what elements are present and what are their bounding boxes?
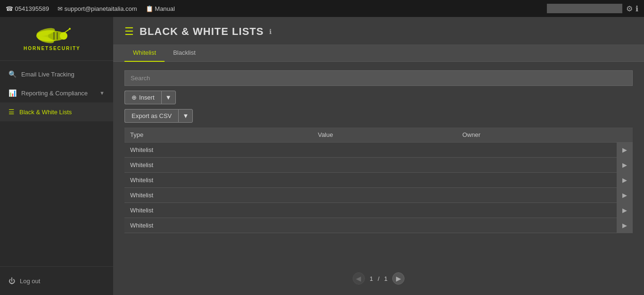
info-icon[interactable]: ℹ	[636, 4, 638, 13]
cell-value	[312, 173, 457, 188]
list-icon: ☰	[8, 108, 15, 116]
buttons-row: ⊕ Insert ▼	[124, 91, 633, 104]
sidebar: HORNETSECURITY 🔍 Email Live Tracking 📊 R…	[0, 17, 113, 295]
cell-owner	[457, 143, 617, 158]
insert-button[interactable]: ⊕ Insert	[124, 91, 161, 104]
export-csv-button[interactable]: Export as CSV	[124, 109, 178, 123]
cell-type: Whitelist	[124, 173, 312, 188]
cell-value	[312, 203, 457, 218]
pagination-current: 1	[370, 275, 373, 282]
table-header-row: Type Value Owner	[124, 127, 633, 143]
search-input[interactable]	[547, 4, 622, 13]
main-content: ☰ BLACK & WHITE LISTS ℹ Whitelist Blackl…	[113, 17, 644, 295]
export-csv-dropdown-arrow[interactable]: ▼	[178, 109, 193, 123]
row-action-arrow[interactable]: ▶	[617, 173, 633, 188]
manual-icon: 📋	[146, 5, 153, 12]
table-row: Whitelist ▶	[124, 173, 633, 188]
email-icon: ✉	[58, 5, 63, 12]
column-value: Value	[312, 127, 457, 143]
svg-rect-7	[53, 32, 55, 40]
export-csv-button-group: Export as CSV ▼	[124, 109, 193, 123]
pagination-separator: /	[378, 275, 380, 282]
phone-number: ☎ 0541395589	[6, 5, 49, 12]
table-row: Whitelist ▶	[124, 203, 633, 218]
email-link[interactable]: ✉ support@pianetaitalia.com	[58, 5, 137, 12]
topbar: ☎ 0541395589 ✉ support@pianetaitalia.com…	[0, 0, 644, 17]
row-action-arrow[interactable]: ▶	[617, 203, 633, 218]
cell-value	[312, 188, 457, 203]
sidebar-bottom: ⏻ Log out	[0, 266, 113, 295]
pagination-next-button[interactable]: ▶	[392, 272, 405, 285]
insert-button-group: ⊕ Insert ▼	[124, 91, 176, 104]
tab-blacklist[interactable]: Blacklist	[165, 44, 204, 62]
cell-value	[312, 218, 457, 233]
table-row: Whitelist ▶	[124, 218, 633, 233]
cell-owner	[457, 173, 617, 188]
row-action-arrow[interactable]: ▶	[617, 188, 633, 203]
logout-icon: ⏻	[8, 277, 15, 285]
content-area: ⊕ Insert ▼ Export as CSV ▼	[113, 62, 644, 295]
page-info-icon[interactable]: ℹ	[269, 28, 272, 35]
chevron-down-icon: ▼	[99, 90, 105, 96]
cell-type: Whitelist	[124, 218, 312, 233]
logo-svg: HORNETSECURITY	[21, 25, 92, 54]
row-action-arrow[interactable]: ▶	[617, 218, 633, 233]
logo: HORNETSECURITY	[0, 17, 113, 61]
topbar-search[interactable]	[547, 4, 622, 13]
table-row: Whitelist ▶	[124, 158, 633, 173]
whitelist-table: Type Value Owner Whitelist ▶ Whitelist ▶…	[124, 127, 633, 233]
sidebar-nav: 🔍 Email Live Tracking 📊 Reporting & Comp…	[0, 61, 113, 266]
table-row: Whitelist ▶	[124, 143, 633, 158]
svg-rect-8	[57, 32, 58, 40]
cell-type: Whitelist	[124, 158, 312, 173]
tabs-bar: Whitelist Blacklist	[113, 44, 644, 62]
cell-owner	[457, 158, 617, 173]
manual-link[interactable]: 📋 Manual	[146, 5, 175, 12]
cell-owner	[457, 188, 617, 203]
column-action	[617, 127, 633, 143]
svg-line-5	[65, 29, 69, 33]
page-header-icon: ☰	[124, 25, 134, 38]
pagination: ◀ 1 / 1 ▶	[124, 269, 633, 287]
cell-type: Whitelist	[124, 188, 312, 203]
sidebar-item-reporting-compliance[interactable]: 📊 Reporting & Compliance ▼	[0, 84, 113, 102]
cell-type: Whitelist	[124, 203, 312, 218]
tab-whitelist[interactable]: Whitelist	[124, 44, 165, 62]
column-type: Type	[124, 127, 312, 143]
page-header: ☰ BLACK & WHITE LISTS ℹ	[113, 17, 644, 44]
table-container: Type Value Owner Whitelist ▶ Whitelist ▶…	[124, 127, 633, 264]
svg-point-6	[69, 28, 71, 30]
plus-icon: ⊕	[132, 94, 137, 101]
cell-type: Whitelist	[124, 143, 312, 158]
cell-owner	[457, 218, 617, 233]
search-input[interactable]	[124, 70, 633, 86]
svg-point-2	[60, 32, 67, 40]
page-title: BLACK & WHITE LISTS	[140, 25, 264, 38]
cell-owner	[457, 203, 617, 218]
cell-value	[312, 143, 457, 158]
reporting-icon: 📊	[8, 89, 17, 97]
sidebar-item-black-white-lists[interactable]: ☰ Black & White Lists	[0, 102, 113, 121]
email-tracking-icon: 🔍	[8, 70, 17, 78]
column-owner: Owner	[457, 127, 617, 143]
pagination-prev-button[interactable]: ◀	[353, 272, 365, 285]
row-action-arrow[interactable]: ▶	[617, 158, 633, 173]
sidebar-item-logout[interactable]: ⏻ Log out	[0, 271, 113, 290]
insert-dropdown-arrow[interactable]: ▼	[161, 91, 176, 104]
row-action-arrow[interactable]: ▶	[617, 143, 633, 158]
cell-value	[312, 158, 457, 173]
sidebar-item-email-live-tracking[interactable]: 🔍 Email Live Tracking	[0, 65, 113, 84]
pagination-total: 1	[384, 275, 388, 282]
gear-icon[interactable]: ⚙	[626, 4, 633, 13]
export-row: Export as CSV ▼	[124, 109, 633, 123]
svg-text:HORNETSECURITY: HORNETSECURITY	[24, 46, 81, 51]
table-row: Whitelist ▶	[124, 188, 633, 203]
